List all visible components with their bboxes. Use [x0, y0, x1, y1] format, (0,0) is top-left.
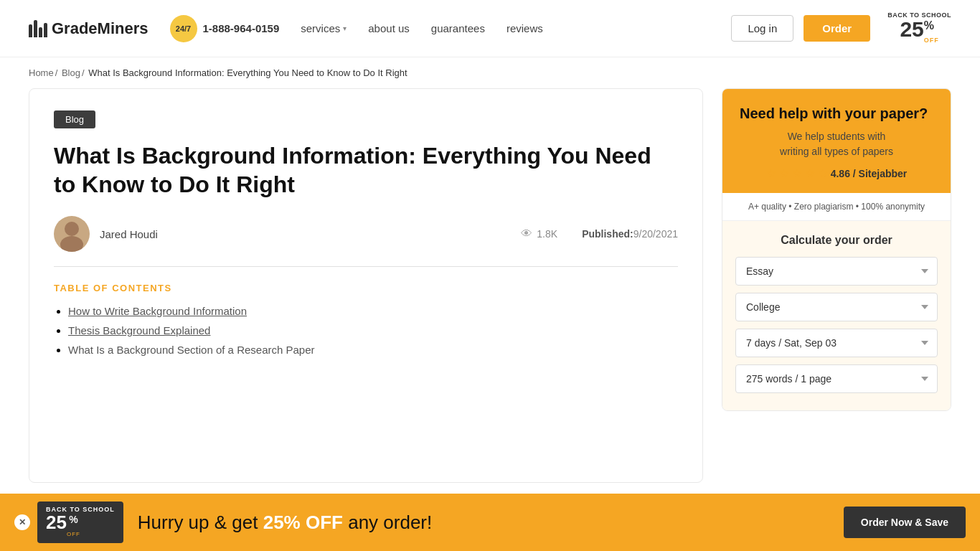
article: Blog What Is Background Information: Eve… — [29, 88, 703, 483]
banner-cta-button[interactable]: Order Now & Save — [844, 507, 966, 512]
toc-list: How to Write Background Information Thes… — [54, 305, 678, 356]
order-button[interactable]: Order — [804, 15, 870, 42]
star-half-icon: ★ — [818, 166, 828, 180]
nav-about[interactable]: about us — [368, 22, 410, 34]
logo-icon — [29, 20, 47, 37]
chevron-down-icon: ▾ — [343, 24, 347, 32]
deadline-select[interactable]: 1 day 3 days 7 days / Sat, Sep 03 14 day… — [735, 329, 938, 357]
svg-point-1 — [60, 236, 83, 252]
calculator-section: Calculate your order Essay Research Pape… — [722, 221, 951, 410]
navigation: services ▾ about us guarantees reviews — [301, 22, 731, 34]
back-to-school-badge: BACK TO SCHOOL 25 % OFF — [887, 12, 951, 44]
svg-point-0 — [65, 222, 79, 236]
rating-value: 4.86 / Sitejabber — [831, 168, 908, 179]
author-row: Jared Houdi 👁 1.8K Published:9/20/2021 — [54, 216, 678, 252]
main-content: Blog What Is Background Information: Eve… — [0, 88, 980, 512]
toc-link-3[interactable]: What Is a Background Section of a Resear… — [68, 344, 315, 356]
list-item: How to Write Background Information — [68, 305, 678, 317]
sidebar-widget: Need help with your paper? We help stude… — [722, 88, 951, 411]
bts-number: 25 — [900, 19, 923, 40]
widget-header: Need help with your paper? We help stude… — [722, 89, 951, 193]
blog-badge: Blog — [54, 110, 95, 128]
calc-title: Calculate your order — [735, 234, 938, 247]
breadcrumb-home[interactable]: Home — [29, 67, 54, 78]
nav-reviews[interactable]: reviews — [507, 22, 543, 34]
author-name: Jared Houdi — [100, 228, 511, 240]
stars-row: ☆ ☆ ☆ ☆ ★ 4.86 / Sitejabber — [740, 166, 933, 180]
star-icon: ☆ — [766, 166, 776, 180]
pages-select[interactable]: 275 words / 1 page 550 words / 2 pages 8… — [735, 364, 938, 393]
breadcrumb-blog[interactable]: Blog — [62, 67, 80, 78]
breadcrumb-current: What Is Background Information: Everythi… — [88, 67, 407, 78]
quality-text: A+ quality • Zero plagiarism • 100% anon… — [722, 193, 951, 221]
logo[interactable]: GradeMiners — [29, 19, 149, 38]
header: GradeMiners 24/7 1-888-964-0159 services… — [0, 0, 980, 57]
bottom-banner: ✕ BACK TO SCHOOL 25 % OFF Hurry up & get… — [0, 494, 980, 512]
paper-type-select[interactable]: Essay Research Paper Term Paper Coursewo… — [735, 257, 938, 286]
eye-icon: 👁 — [521, 227, 532, 240]
published-info: Published:9/20/2021 — [582, 228, 678, 240]
list-item: Thesis Background Explained — [68, 324, 678, 336]
star-icon: ☆ — [805, 166, 815, 180]
academic-level-select[interactable]: High School College University Master's … — [735, 293, 938, 321]
views-count: 👁 1.8K — [521, 227, 557, 240]
widget-title: Need help with your paper? — [740, 105, 933, 122]
header-actions: Log in Order BACK TO SCHOOL 25 % OFF — [731, 12, 951, 44]
sidebar: Need help with your paper? We help stude… — [722, 88, 951, 483]
list-item: What Is a Background Section of a Resear… — [68, 344, 678, 356]
toc-link-2[interactable]: Thesis Background Explained — [68, 324, 210, 336]
hotline: 24/7 1-888-964-0159 — [170, 15, 280, 42]
badge-247: 24/7 — [170, 15, 197, 42]
bts-off: OFF — [924, 37, 939, 44]
login-button[interactable]: Log in — [731, 15, 793, 42]
star-icon: ☆ — [779, 166, 789, 180]
breadcrumb: Home/ Blog/ What Is Background Informati… — [0, 57, 980, 88]
toc-title: TABLE OF CONTENTS — [54, 283, 678, 293]
widget-subtitle: We help students withwriting all types o… — [740, 129, 933, 159]
phone-number[interactable]: 1-888-964-0159 — [203, 22, 280, 34]
divider — [54, 266, 678, 267]
bts-pct: % — [924, 19, 934, 32]
nav-guarantees[interactable]: guarantees — [431, 22, 485, 34]
banner-text: Hurry up & get 25% OFF any order! — [138, 512, 844, 512]
star-icon: ☆ — [792, 166, 802, 180]
avatar — [54, 216, 90, 252]
article-title: What Is Background Information: Everythi… — [54, 141, 678, 199]
toc-link-1[interactable]: How to Write Background Information — [68, 305, 247, 317]
nav-services[interactable]: services ▾ — [301, 22, 347, 34]
logo-text: GradeMiners — [52, 19, 149, 38]
banner-bts-badge: BACK TO SCHOOL 25 % OFF — [37, 501, 123, 512]
banner-bts-top: BACK TO SCHOOL — [46, 506, 115, 512]
